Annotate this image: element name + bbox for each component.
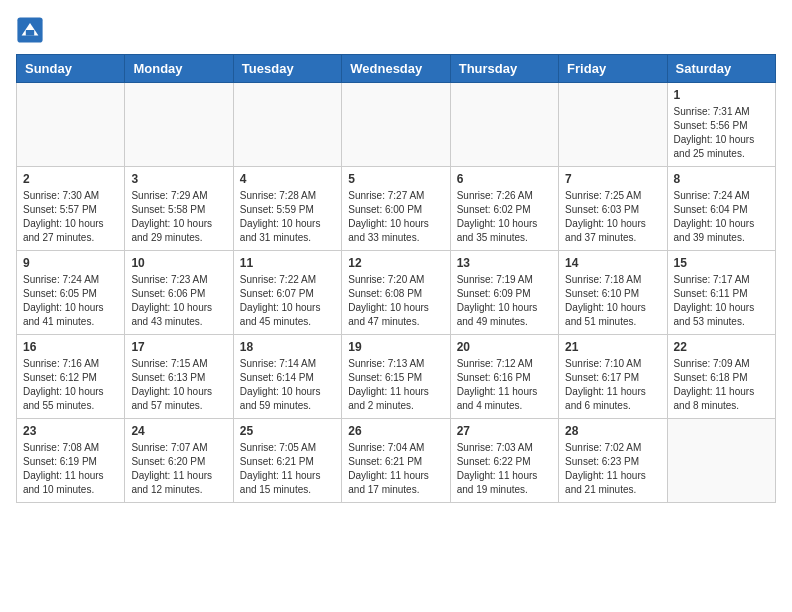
calendar-day-header: Tuesday [233,55,341,83]
calendar-day-header: Thursday [450,55,558,83]
calendar-day-cell: 18Sunrise: 7:14 AM Sunset: 6:14 PM Dayli… [233,335,341,419]
calendar-day-header: Saturday [667,55,775,83]
calendar-day-cell: 19Sunrise: 7:13 AM Sunset: 6:15 PM Dayli… [342,335,450,419]
calendar-day-cell: 23Sunrise: 7:08 AM Sunset: 6:19 PM Dayli… [17,419,125,503]
calendar-day-cell: 16Sunrise: 7:16 AM Sunset: 6:12 PM Dayli… [17,335,125,419]
calendar-day-cell: 17Sunrise: 7:15 AM Sunset: 6:13 PM Dayli… [125,335,233,419]
day-info: Sunrise: 7:03 AM Sunset: 6:22 PM Dayligh… [457,441,552,497]
calendar-header-row: SundayMondayTuesdayWednesdayThursdayFrid… [17,55,776,83]
calendar-day-cell: 15Sunrise: 7:17 AM Sunset: 6:11 PM Dayli… [667,251,775,335]
day-number: 3 [131,172,226,186]
calendar-week-row: 16Sunrise: 7:16 AM Sunset: 6:12 PM Dayli… [17,335,776,419]
day-info: Sunrise: 7:14 AM Sunset: 6:14 PM Dayligh… [240,357,335,413]
day-number: 15 [674,256,769,270]
day-info: Sunrise: 7:29 AM Sunset: 5:58 PM Dayligh… [131,189,226,245]
day-number: 7 [565,172,660,186]
day-number: 9 [23,256,118,270]
svg-rect-2 [26,30,34,36]
day-number: 5 [348,172,443,186]
calendar-day-cell [125,83,233,167]
calendar-table: SundayMondayTuesdayWednesdayThursdayFrid… [16,54,776,503]
calendar-day-cell: 27Sunrise: 7:03 AM Sunset: 6:22 PM Dayli… [450,419,558,503]
day-info: Sunrise: 7:26 AM Sunset: 6:02 PM Dayligh… [457,189,552,245]
day-number: 25 [240,424,335,438]
calendar-week-row: 1Sunrise: 7:31 AM Sunset: 5:56 PM Daylig… [17,83,776,167]
day-number: 26 [348,424,443,438]
calendar-day-cell [559,83,667,167]
logo [16,16,46,44]
calendar-week-row: 23Sunrise: 7:08 AM Sunset: 6:19 PM Dayli… [17,419,776,503]
day-number: 19 [348,340,443,354]
day-info: Sunrise: 7:08 AM Sunset: 6:19 PM Dayligh… [23,441,118,497]
day-info: Sunrise: 7:17 AM Sunset: 6:11 PM Dayligh… [674,273,769,329]
calendar-day-cell: 28Sunrise: 7:02 AM Sunset: 6:23 PM Dayli… [559,419,667,503]
day-info: Sunrise: 7:31 AM Sunset: 5:56 PM Dayligh… [674,105,769,161]
day-number: 10 [131,256,226,270]
logo-icon [16,16,44,44]
calendar-day-cell: 26Sunrise: 7:04 AM Sunset: 6:21 PM Dayli… [342,419,450,503]
calendar-day-cell: 9Sunrise: 7:24 AM Sunset: 6:05 PM Daylig… [17,251,125,335]
day-number: 21 [565,340,660,354]
day-number: 1 [674,88,769,102]
day-info: Sunrise: 7:10 AM Sunset: 6:17 PM Dayligh… [565,357,660,413]
day-number: 4 [240,172,335,186]
day-info: Sunrise: 7:30 AM Sunset: 5:57 PM Dayligh… [23,189,118,245]
day-number: 13 [457,256,552,270]
day-number: 6 [457,172,552,186]
calendar-day-cell [667,419,775,503]
page-header [16,16,776,44]
calendar-day-cell [450,83,558,167]
day-info: Sunrise: 7:24 AM Sunset: 6:04 PM Dayligh… [674,189,769,245]
calendar-day-cell: 25Sunrise: 7:05 AM Sunset: 6:21 PM Dayli… [233,419,341,503]
calendar-day-cell: 12Sunrise: 7:20 AM Sunset: 6:08 PM Dayli… [342,251,450,335]
day-info: Sunrise: 7:20 AM Sunset: 6:08 PM Dayligh… [348,273,443,329]
day-info: Sunrise: 7:25 AM Sunset: 6:03 PM Dayligh… [565,189,660,245]
calendar-day-cell: 13Sunrise: 7:19 AM Sunset: 6:09 PM Dayli… [450,251,558,335]
day-info: Sunrise: 7:28 AM Sunset: 5:59 PM Dayligh… [240,189,335,245]
calendar-day-cell: 2Sunrise: 7:30 AM Sunset: 5:57 PM Daylig… [17,167,125,251]
calendar-day-header: Friday [559,55,667,83]
calendar-day-cell: 5Sunrise: 7:27 AM Sunset: 6:00 PM Daylig… [342,167,450,251]
day-info: Sunrise: 7:05 AM Sunset: 6:21 PM Dayligh… [240,441,335,497]
calendar-day-cell [342,83,450,167]
calendar-day-cell: 22Sunrise: 7:09 AM Sunset: 6:18 PM Dayli… [667,335,775,419]
calendar-day-cell: 11Sunrise: 7:22 AM Sunset: 6:07 PM Dayli… [233,251,341,335]
day-number: 2 [23,172,118,186]
day-info: Sunrise: 7:13 AM Sunset: 6:15 PM Dayligh… [348,357,443,413]
calendar-day-cell: 10Sunrise: 7:23 AM Sunset: 6:06 PM Dayli… [125,251,233,335]
calendar-day-cell: 14Sunrise: 7:18 AM Sunset: 6:10 PM Dayli… [559,251,667,335]
calendar-week-row: 9Sunrise: 7:24 AM Sunset: 6:05 PM Daylig… [17,251,776,335]
day-number: 16 [23,340,118,354]
day-info: Sunrise: 7:04 AM Sunset: 6:21 PM Dayligh… [348,441,443,497]
calendar-day-cell: 6Sunrise: 7:26 AM Sunset: 6:02 PM Daylig… [450,167,558,251]
day-info: Sunrise: 7:23 AM Sunset: 6:06 PM Dayligh… [131,273,226,329]
day-info: Sunrise: 7:12 AM Sunset: 6:16 PM Dayligh… [457,357,552,413]
calendar-day-cell [17,83,125,167]
day-number: 20 [457,340,552,354]
day-info: Sunrise: 7:18 AM Sunset: 6:10 PM Dayligh… [565,273,660,329]
day-number: 24 [131,424,226,438]
day-number: 23 [23,424,118,438]
calendar-day-header: Wednesday [342,55,450,83]
day-info: Sunrise: 7:19 AM Sunset: 6:09 PM Dayligh… [457,273,552,329]
day-number: 22 [674,340,769,354]
calendar-day-cell [233,83,341,167]
day-number: 12 [348,256,443,270]
day-info: Sunrise: 7:09 AM Sunset: 6:18 PM Dayligh… [674,357,769,413]
day-info: Sunrise: 7:22 AM Sunset: 6:07 PM Dayligh… [240,273,335,329]
calendar-day-header: Sunday [17,55,125,83]
calendar-day-header: Monday [125,55,233,83]
calendar-week-row: 2Sunrise: 7:30 AM Sunset: 5:57 PM Daylig… [17,167,776,251]
day-info: Sunrise: 7:24 AM Sunset: 6:05 PM Dayligh… [23,273,118,329]
day-number: 27 [457,424,552,438]
day-info: Sunrise: 7:27 AM Sunset: 6:00 PM Dayligh… [348,189,443,245]
day-number: 14 [565,256,660,270]
day-number: 17 [131,340,226,354]
calendar-day-cell: 4Sunrise: 7:28 AM Sunset: 5:59 PM Daylig… [233,167,341,251]
day-number: 8 [674,172,769,186]
day-number: 28 [565,424,660,438]
day-info: Sunrise: 7:15 AM Sunset: 6:13 PM Dayligh… [131,357,226,413]
day-info: Sunrise: 7:16 AM Sunset: 6:12 PM Dayligh… [23,357,118,413]
calendar-day-cell: 3Sunrise: 7:29 AM Sunset: 5:58 PM Daylig… [125,167,233,251]
calendar-day-cell: 1Sunrise: 7:31 AM Sunset: 5:56 PM Daylig… [667,83,775,167]
